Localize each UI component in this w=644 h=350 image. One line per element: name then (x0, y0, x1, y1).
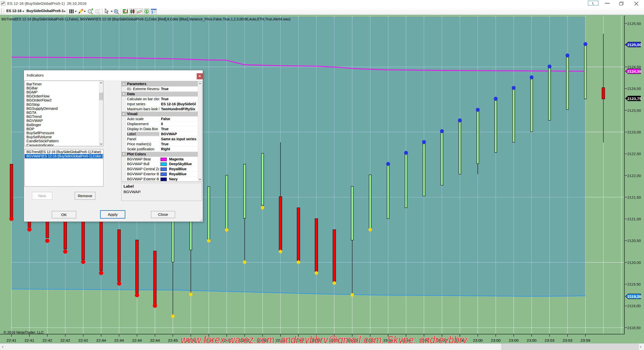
svg-text:2124,39: 2124,39 (627, 69, 641, 74)
svg-text:2120,00: 2120,00 (627, 260, 641, 265)
svg-text:22:44: 22:44 (150, 338, 160, 342)
svg-text:22:45: 22:45 (168, 338, 178, 342)
svg-text:23:00: 23:00 (509, 338, 519, 342)
svg-text:22:42: 22:42 (60, 338, 70, 342)
svg-text:2125,50: 2125,50 (627, 21, 641, 26)
svg-text:2124,00: 2124,00 (627, 86, 641, 91)
svg-text:22:41: 22:41 (24, 338, 34, 342)
svg-text:2123,50: 2123,50 (627, 108, 641, 113)
svg-text:2124,50: 2124,50 (627, 65, 641, 69)
svg-text:22:44: 22:44 (96, 338, 106, 342)
svg-text:23:00: 23:00 (527, 338, 537, 342)
svg-text:2121,00: 2121,00 (627, 217, 641, 221)
svg-text:2122,50: 2122,50 (627, 152, 641, 156)
svg-text:2118,50: 2118,50 (627, 326, 641, 330)
svg-text:2123,75: 2123,75 (627, 96, 641, 101)
svg-text:22:44: 22:44 (132, 338, 142, 342)
svg-text:BGTrend(ES 12-16 (BuySideGloba: BGTrend(ES 12-16 (BuySideGlobalPro5-1),F… (2, 17, 291, 21)
svg-text:22:41: 22:41 (7, 338, 16, 342)
svg-text:23:00: 23:00 (473, 338, 483, 342)
svg-text:23:00: 23:00 (491, 338, 501, 342)
svg-text:23:03: 23:03 (562, 338, 572, 342)
svg-text:2119,50: 2119,50 (627, 282, 641, 286)
svg-text:$: $ (146, 10, 148, 14)
svg-text:22:42: 22:42 (43, 338, 52, 342)
svg-text:2120,50: 2120,50 (627, 238, 641, 243)
svg-text:23:03: 23:03 (545, 338, 554, 342)
svg-text:2119,00: 2119,00 (627, 304, 641, 308)
svg-text:2123,00: 2123,00 (627, 130, 641, 134)
svg-text:22:44: 22:44 (114, 338, 124, 342)
svg-text:23:59: 23:59 (581, 338, 590, 342)
svg-text:2125,00: 2125,00 (627, 43, 641, 47)
svg-text:22:42: 22:42 (78, 338, 88, 342)
svg-text:© 2016 NinjaTrader, LLC: © 2016 NinjaTrader, LLC (4, 330, 44, 334)
svg-text:2121,50: 2121,50 (627, 195, 641, 199)
svg-text:2119,26: 2119,26 (627, 294, 641, 299)
svg-text:2122,00: 2122,00 (627, 173, 641, 178)
